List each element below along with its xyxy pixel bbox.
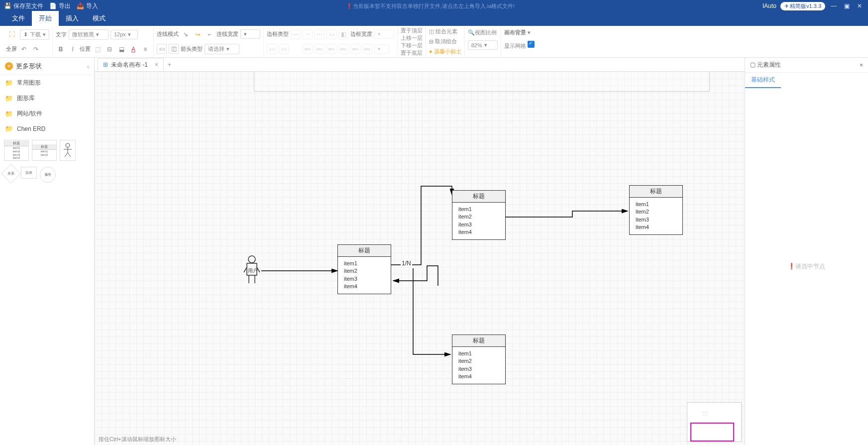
actor-node[interactable]: 用户 bbox=[242, 255, 262, 285]
cat-common[interactable]: 📁常用图形 bbox=[0, 75, 94, 91]
linewidth-select[interactable]: ▾ bbox=[240, 29, 260, 39]
abc6-icon[interactable]: abc bbox=[362, 44, 372, 54]
menu-file[interactable]: 文件 bbox=[5, 11, 32, 26]
entity-body: item1item2item3item4 bbox=[338, 257, 391, 294]
undo-button[interactable]: ↶ bbox=[19, 44, 29, 54]
connections bbox=[95, 72, 742, 420]
borderwidth-select[interactable]: ▾ bbox=[374, 29, 394, 39]
layer-up[interactable]: 上移一层 bbox=[401, 34, 423, 42]
more-shapes-button[interactable]: + 更多形状 ‹ bbox=[0, 58, 94, 75]
entity-body: item1item2item3item4 bbox=[630, 198, 682, 234]
linewidth-label: 连线宽度 bbox=[217, 30, 238, 38]
grid-checkbox[interactable] bbox=[528, 41, 535, 48]
minimap-viewport[interactable] bbox=[690, 423, 734, 442]
fill2-icon[interactable]: ▭ bbox=[279, 44, 289, 54]
version-badge: ✈ 精简版v1.3.3 bbox=[780, 2, 825, 10]
document-tab[interactable]: ⊞ 未命名画布 -1 × bbox=[98, 58, 164, 71]
abc1-icon[interactable]: abc bbox=[303, 44, 313, 54]
bold-button[interactable]: B bbox=[56, 44, 66, 54]
border-dash-icon[interactable]: ┄ bbox=[303, 29, 313, 39]
center-area: ⊞ 未命名画布 -1 × + bbox=[95, 58, 745, 445]
minimap[interactable]: ▭ ▭▭ ▭ bbox=[687, 402, 742, 442]
italic-button[interactable]: I bbox=[68, 44, 78, 54]
cat-library[interactable]: 📁图形库 bbox=[0, 91, 94, 106]
props-tab-basic[interactable]: 基础样式 bbox=[745, 73, 781, 88]
tab-bar: ⊞ 未命名画布 -1 × + bbox=[95, 58, 745, 72]
canvas-bg[interactable]: 画布背景 ▾ bbox=[504, 29, 535, 36]
layer-bottom[interactable]: 置于底层 bbox=[401, 49, 423, 57]
layer-down[interactable]: 下移一层 bbox=[401, 42, 423, 49]
fill1-icon[interactable]: ▭ bbox=[267, 44, 277, 54]
save-button[interactable]: 💾 保存至文件 bbox=[4, 2, 43, 10]
fullscreen-icon[interactable]: ⛶ bbox=[6, 29, 18, 39]
menu-insert[interactable]: 插入 bbox=[59, 11, 86, 26]
align-top-icon[interactable]: ⬚ bbox=[93, 44, 103, 54]
abc5-icon[interactable]: abc bbox=[350, 44, 360, 54]
props-empty-hint: ❗请选中节点 bbox=[745, 88, 868, 445]
font-select[interactable]: 微软雅黑 ▾ bbox=[69, 29, 108, 40]
line-style1-icon[interactable]: ▭ bbox=[157, 44, 167, 54]
palette-entity1[interactable]: 标题item1 item2 item3 item4 bbox=[4, 140, 29, 161]
redo-button[interactable]: ↷ bbox=[31, 44, 41, 54]
position-label: 位置 bbox=[80, 45, 91, 53]
actor-label: 用户 bbox=[248, 267, 258, 274]
line-elbow-icon[interactable]: ⌐ bbox=[205, 29, 215, 39]
tab-add-button[interactable]: + bbox=[164, 59, 175, 70]
abc3-icon[interactable]: abc bbox=[326, 44, 336, 54]
import-button[interactable]: 📥 导入 bbox=[77, 2, 98, 10]
plus-icon: + bbox=[5, 62, 13, 70]
folder-icon: 📁 bbox=[5, 95, 13, 102]
align-h-icon[interactable]: ≡ bbox=[140, 44, 150, 54]
download-dropdown[interactable]: ⬇ 下载 ▾ bbox=[20, 29, 49, 40]
layer-top[interactable]: 置于顶层 bbox=[401, 27, 423, 34]
border-solid-icon[interactable]: — bbox=[291, 29, 301, 39]
minimize-button[interactable]: — bbox=[829, 2, 838, 9]
tip-link[interactable]: ● 温馨小贴士 bbox=[429, 48, 461, 55]
zoom-select[interactable]: 82% ▾ bbox=[468, 40, 498, 50]
entity-title: 标题 bbox=[630, 186, 682, 198]
doc-icon: ⊞ bbox=[103, 61, 108, 68]
entity-node-1[interactable]: 标题 item1item2item3item4 bbox=[337, 244, 391, 294]
palette-entity2[interactable]: 标题item1item2 bbox=[32, 140, 57, 161]
entity-node-2[interactable]: 标题 item1item2item3item4 bbox=[452, 190, 506, 240]
menu-start[interactable]: 开始 bbox=[32, 11, 59, 26]
align-bot-icon[interactable]: ⬓ bbox=[116, 44, 126, 54]
tab-close-button[interactable]: × bbox=[155, 61, 158, 68]
show-grid-toggle[interactable]: 显示网格 bbox=[504, 41, 535, 50]
maximize-button[interactable]: ▣ bbox=[842, 2, 851, 9]
view-ratio-label: 🔍视图比例 bbox=[468, 29, 498, 36]
line-curve-icon[interactable]: ↝ bbox=[193, 29, 203, 39]
palette-actor[interactable] bbox=[60, 140, 76, 161]
align-mid-icon[interactable]: ⊟ bbox=[105, 44, 114, 54]
abc-more[interactable]: ▾ bbox=[374, 44, 389, 54]
folder-icon: 📁 bbox=[5, 125, 13, 132]
menubar: 文件 开始 插入 模式 bbox=[0, 12, 868, 26]
border-color-icon[interactable]: ◧ bbox=[338, 29, 348, 39]
menu-mode[interactable]: 模式 bbox=[86, 11, 112, 26]
font-color-button[interactable]: A bbox=[128, 44, 138, 54]
export-button[interactable]: 📄 导出 bbox=[49, 2, 71, 10]
border-dot-icon[interactable]: ⋯ bbox=[315, 29, 325, 39]
entity-node-4[interactable]: 标题 item1item2item3item4 bbox=[629, 185, 683, 235]
border-none-icon[interactable]: ▭ bbox=[326, 29, 336, 39]
cat-chenerd[interactable]: 📁Chen ERD bbox=[0, 121, 94, 136]
cat-website[interactable]: 📁网站/软件 bbox=[0, 106, 94, 121]
close-button[interactable]: ✕ bbox=[855, 2, 864, 9]
entity-node-3[interactable]: 标题 item1item2item3item4 bbox=[452, 334, 506, 384]
abc2-icon[interactable]: abc bbox=[315, 44, 325, 54]
arrowtype-select[interactable]: 请选择 ▾ bbox=[205, 44, 239, 54]
fontsize-select[interactable]: 12px ▾ bbox=[110, 30, 138, 39]
group-elements[interactable]: ◫ 组合元素 bbox=[429, 28, 461, 35]
props-close-icon[interactable]: × bbox=[860, 62, 863, 69]
ungroup-elements[interactable]: ⊟ 取消组合 bbox=[429, 38, 461, 45]
line-straight-icon[interactable]: ↘ bbox=[181, 29, 191, 39]
props-header: ▢ 元素属性 × bbox=[745, 58, 868, 73]
palette-attribute[interactable]: 属性 bbox=[40, 167, 56, 183]
arrowtype-label: 箭头类型 bbox=[181, 45, 203, 53]
canvas[interactable]: 用户 标题 item1item2item3item4 标题 item1item2… bbox=[95, 72, 745, 445]
abc4-icon[interactable]: abc bbox=[338, 44, 348, 54]
entity-title: 标题 bbox=[452, 335, 505, 347]
palette-entity3[interactable]: 实体 bbox=[21, 167, 37, 179]
line-style2-icon[interactable]: ◫ bbox=[169, 44, 179, 54]
palette-relation[interactable]: 关系 bbox=[1, 164, 21, 184]
